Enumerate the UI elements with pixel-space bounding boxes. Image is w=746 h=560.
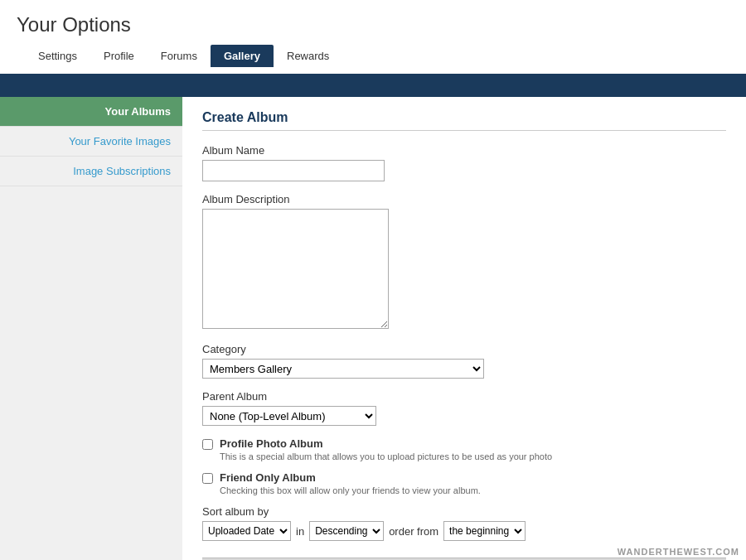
main-layout: Your Albums Your Favorite Images Image S… <box>0 97 746 560</box>
content-area: Create Album Album Name Album Descriptio… <box>182 97 746 560</box>
sort-label: Sort album by <box>202 505 726 518</box>
sidebar-item-your-favorite-images[interactable]: Your Favorite Images <box>0 127 182 157</box>
friend-only-sub-label: Checking this box will allow only your f… <box>220 485 481 495</box>
album-description-group: Album Description <box>202 193 726 331</box>
profile-photo-album-label-group: Profile Photo Album This is a special al… <box>220 437 552 461</box>
album-description-input[interactable] <box>202 209 389 329</box>
sidebar-item-your-albums[interactable]: Your Albums <box>0 97 182 127</box>
nav-tabs: Settings Profile Forums Gallery Rewards <box>17 45 729 67</box>
friend-only-album-row: Friend Only Album Checking this box will… <box>202 471 726 495</box>
tab-settings[interactable]: Settings <box>25 45 90 67</box>
create-album-title: Create Album <box>202 110 726 131</box>
category-group: Category Members Gallery <box>202 343 726 379</box>
profile-photo-album-checkbox[interactable] <box>202 439 213 450</box>
sort-order-select[interactable]: Descending <box>309 521 384 541</box>
sort-order-from-label: order from <box>389 525 438 538</box>
profile-photo-album-sub-label: This is a special album that allows you … <box>220 451 552 461</box>
profile-photo-album-main-label: Profile Photo Album <box>220 437 552 450</box>
parent-album-label: Parent Album <box>202 390 726 403</box>
album-name-input[interactable] <box>202 160 385 181</box>
sort-row: Uploaded Date in Descending order from t… <box>202 521 726 541</box>
dark-bar <box>0 74 746 97</box>
sort-in-label: in <box>296 525 304 538</box>
friend-only-main-label: Friend Only Album <box>220 471 481 484</box>
album-description-label: Album Description <box>202 193 726 205</box>
tab-rewards[interactable]: Rewards <box>274 45 342 67</box>
page-title: Your Options <box>17 13 729 36</box>
friend-only-label-group: Friend Only Album Checking this box will… <box>220 471 481 495</box>
tab-gallery[interactable]: Gallery <box>211 45 274 67</box>
profile-photo-album-row: Profile Photo Album This is a special al… <box>202 437 726 461</box>
watermark: WANDERTHEWEST.COM <box>618 547 739 557</box>
friend-only-album-checkbox[interactable] <box>202 473 213 484</box>
page-wrapper: Your Options Settings Profile Forums Gal… <box>0 0 746 560</box>
album-name-group: Album Name <box>202 144 726 181</box>
category-select[interactable]: Members Gallery <box>202 359 484 379</box>
sidebar: Your Albums Your Favorite Images Image S… <box>0 97 182 560</box>
page-header: Your Options Settings Profile Forums Gal… <box>0 0 746 74</box>
tab-forums[interactable]: Forums <box>148 45 211 67</box>
category-label: Category <box>202 343 726 355</box>
parent-album-select[interactable]: None (Top-Level Album) <box>202 406 376 426</box>
tab-profile[interactable]: Profile <box>90 45 148 67</box>
album-name-label: Album Name <box>202 144 726 157</box>
parent-album-group: Parent Album None (Top-Level Album) <box>202 390 726 426</box>
sort-from-select[interactable]: the beginning <box>443 521 526 541</box>
sort-group: Sort album by Uploaded Date in Descendin… <box>202 505 726 541</box>
sort-by-select[interactable]: Uploaded Date <box>202 521 291 541</box>
sidebar-item-image-subscriptions[interactable]: Image Subscriptions <box>0 157 182 186</box>
